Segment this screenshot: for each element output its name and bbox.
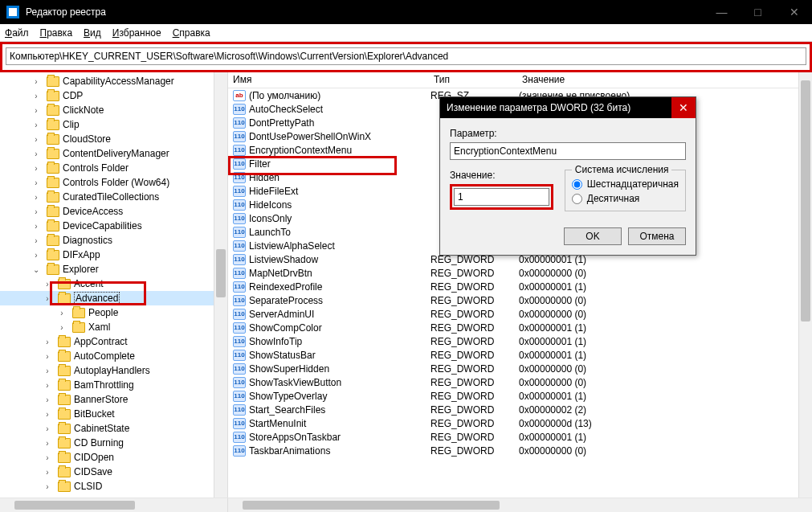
- tree-item[interactable]: ›CIDOpen: [0, 450, 227, 465]
- tree-item[interactable]: ›CD Burning: [0, 436, 227, 450]
- value-row[interactable]: 110ShowTypeOverlayREG_DWORD0x00000001 (1…: [228, 389, 812, 403]
- tree-item[interactable]: ›BitBucket: [0, 407, 227, 421]
- tree-item[interactable]: ›AutoComplete: [0, 349, 227, 363]
- tree-item[interactable]: ›CuratedTileCollections: [0, 190, 227, 204]
- chevron-right-icon[interactable]: ›: [42, 294, 53, 303]
- menu-view[interactable]: Вид: [84, 27, 101, 39]
- dialog-titlebar[interactable]: Изменение параметра DWORD (32 бита) ✕: [440, 97, 696, 118]
- chevron-right-icon[interactable]: ›: [42, 280, 53, 289]
- radix-dec-radio[interactable]: [572, 194, 582, 204]
- chevron-right-icon[interactable]: ›: [56, 309, 67, 317]
- list-scrollbar[interactable]: [798, 72, 812, 498]
- chevron-right-icon[interactable]: ›: [42, 410, 53, 419]
- tree-item[interactable]: ›ContentDeliveryManager: [0, 146, 227, 161]
- chevron-down-icon[interactable]: ⌄: [31, 265, 42, 274]
- chevron-right-icon[interactable]: ›: [31, 135, 42, 144]
- tree-item[interactable]: ›CapabilityAccessManager: [0, 74, 227, 88]
- tree-item[interactable]: ›Xaml: [0, 320, 227, 334]
- chevron-right-icon[interactable]: ›: [42, 468, 53, 477]
- value-row[interactable]: 110ShowInfoTipREG_DWORD0x00000001 (1): [228, 334, 812, 348]
- tree-item[interactable]: ›CDP: [0, 88, 227, 103]
- maximize-button[interactable]: □: [740, 0, 776, 24]
- chevron-right-icon[interactable]: ›: [31, 251, 42, 260]
- address-bar[interactable]: [6, 47, 806, 65]
- tree-item[interactable]: ›CloudStore: [0, 132, 227, 146]
- chevron-right-icon[interactable]: ›: [42, 338, 53, 346]
- tree-item[interactable]: ›Controls Folder: [0, 161, 227, 175]
- value-row[interactable]: 110ShowStatusBarREG_DWORD0x00000001 (1): [228, 348, 812, 362]
- value-row[interactable]: 110TaskbarAnimationsREG_DWORD0x00000000 …: [228, 444, 812, 457]
- minimize-button[interactable]: —: [704, 0, 740, 24]
- chevron-right-icon[interactable]: ›: [31, 106, 42, 115]
- chevron-right-icon[interactable]: ›: [42, 482, 53, 491]
- value-row[interactable]: 110ServerAdminUIREG_DWORD0x00000000 (0): [228, 307, 812, 321]
- close-button[interactable]: ✕: [776, 0, 812, 24]
- value-row[interactable]: 110StoreAppsOnTaskbarREG_DWORD0x00000001…: [228, 430, 812, 444]
- value-row[interactable]: 110ReindexedProfileREG_DWORD0x00000001 (…: [228, 280, 812, 293]
- tree-item[interactable]: ›Clip: [0, 117, 227, 132]
- value-row[interactable]: 110ShowTaskViewButtonREG_DWORD0x00000000…: [228, 375, 812, 389]
- binary-value-icon: 110: [233, 172, 246, 183]
- chevron-right-icon[interactable]: ›: [31, 193, 42, 202]
- tree-item[interactable]: ›Diagnostics: [0, 233, 227, 248]
- tree-item[interactable]: ›BannerStore: [0, 392, 227, 407]
- tree-scrollbar[interactable]: [214, 72, 227, 498]
- menu-favorites[interactable]: Избранное: [112, 27, 161, 39]
- chevron-right-icon[interactable]: ›: [31, 92, 42, 100]
- tree-item[interactable]: ›Advanced: [0, 291, 227, 305]
- chevron-right-icon[interactable]: ›: [42, 367, 53, 375]
- col-value[interactable]: Значение: [517, 72, 812, 88]
- value-row[interactable]: 110ShowSuperHiddenREG_DWORD0x00000000 (0…: [228, 362, 812, 375]
- tree-item[interactable]: ›DeviceAccess: [0, 204, 227, 219]
- chevron-right-icon[interactable]: ›: [31, 222, 42, 231]
- chevron-right-icon[interactable]: ›: [42, 395, 53, 404]
- chevron-right-icon[interactable]: ›: [31, 164, 42, 173]
- tree-item[interactable]: ›CIDSave: [0, 465, 227, 479]
- chevron-right-icon[interactable]: ›: [31, 207, 42, 216]
- chevron-right-icon[interactable]: ›: [31, 121, 42, 129]
- value-field[interactable]: [454, 188, 549, 206]
- value-row[interactable]: 110SeparateProcessREG_DWORD0x00000000 (0…: [228, 293, 812, 307]
- tree-item[interactable]: ›Controls Folder (Wow64): [0, 175, 227, 190]
- value-row[interactable]: 110Start_SearchFilesREG_DWORD0x00000002 …: [228, 403, 812, 416]
- col-name[interactable]: Имя: [228, 72, 429, 88]
- tree-item[interactable]: ›ClickNote: [0, 103, 227, 117]
- value-row[interactable]: 110StartMenuInitREG_DWORD0x0000000d (13): [228, 416, 812, 430]
- col-type[interactable]: Тип: [429, 72, 517, 88]
- tree-item[interactable]: ›DeviceCapabilities: [0, 219, 227, 233]
- menu-file[interactable]: Файл: [5, 27, 29, 39]
- radix-dec-option[interactable]: Десятичная: [572, 193, 679, 204]
- chevron-right-icon[interactable]: ›: [31, 77, 42, 86]
- chevron-right-icon[interactable]: ›: [31, 150, 42, 158]
- chevron-right-icon[interactable]: ›: [42, 453, 53, 462]
- menu-edit[interactable]: Правка: [40, 27, 73, 39]
- chevron-right-icon[interactable]: ›: [56, 323, 67, 332]
- cancel-button[interactable]: Отмена: [628, 227, 686, 245]
- tree-item[interactable]: ›BamThrottling: [0, 378, 227, 392]
- dialog-close-button[interactable]: ✕: [671, 97, 696, 118]
- radix-hex-option[interactable]: Шестнадцатеричная: [572, 178, 679, 190]
- tree-hscroll[interactable]: [0, 498, 228, 512]
- chevron-right-icon[interactable]: ›: [31, 236, 42, 245]
- chevron-right-icon[interactable]: ›: [42, 424, 53, 433]
- value-row[interactable]: 110MapNetDrvBtnREG_DWORD0x00000000 (0): [228, 266, 812, 280]
- chevron-right-icon[interactable]: ›: [31, 178, 42, 187]
- tree-item[interactable]: ›CabinetState: [0, 421, 227, 436]
- chevron-right-icon[interactable]: ›: [42, 381, 53, 390]
- tree-item[interactable]: ›AutoplayHandlers: [0, 363, 227, 378]
- tree-item[interactable]: ⌄Explorer: [0, 262, 227, 276]
- list-hscroll[interactable]: [228, 498, 812, 512]
- tree-pane[interactable]: ›CapabilityAccessManager›CDP›ClickNote›C…: [0, 72, 228, 498]
- tree-item[interactable]: ›DIFxApp: [0, 248, 227, 262]
- ok-button[interactable]: OK: [564, 227, 622, 245]
- chevron-right-icon[interactable]: ›: [42, 352, 53, 361]
- chevron-right-icon[interactable]: ›: [42, 439, 53, 448]
- tree-item[interactable]: ›People: [0, 305, 227, 320]
- tree-item[interactable]: ›CLSID: [0, 479, 227, 494]
- tree-item[interactable]: ›Accent: [0, 276, 227, 291]
- value-row[interactable]: 110ShowCompColorREG_DWORD0x00000001 (1): [228, 321, 812, 334]
- menu-help[interactable]: Справка: [173, 27, 210, 39]
- radix-hex-radio[interactable]: [572, 179, 582, 190]
- param-field[interactable]: [450, 142, 686, 160]
- tree-item[interactable]: ›AppContract: [0, 334, 227, 349]
